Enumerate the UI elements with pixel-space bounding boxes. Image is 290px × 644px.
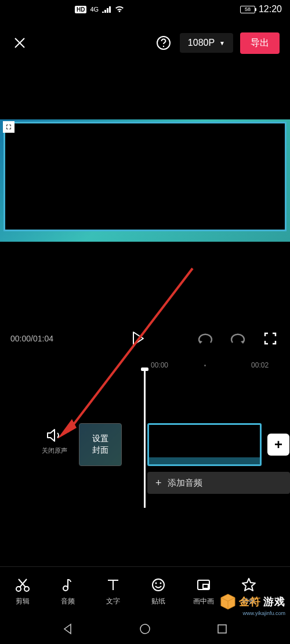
resolution-label: 1080P <box>188 38 215 48</box>
cover-label-2: 封面 <box>92 445 108 456</box>
wifi-icon <box>115 6 124 13</box>
scissors-icon <box>15 577 30 592</box>
help-button[interactable] <box>154 34 173 52</box>
fullscreen-icon <box>264 332 277 345</box>
video-clip[interactable] <box>147 423 262 466</box>
play-icon <box>132 331 144 346</box>
time-display: 00:00/01:04 <box>10 334 53 343</box>
svg-point-7 <box>153 579 164 591</box>
watermark-text: 游戏 <box>263 595 285 609</box>
export-label: 导出 <box>251 38 269 48</box>
tool-audio[interactable]: 音频 <box>45 577 90 606</box>
svg-point-6 <box>63 586 68 591</box>
watermark-url: www.yikajinfu.com <box>242 610 285 616</box>
video-preview[interactable] <box>0 119 290 242</box>
tool-label: 文字 <box>106 596 120 606</box>
circle-icon <box>139 623 151 635</box>
svg-point-8 <box>155 582 157 584</box>
mute-label: 关闭原声 <box>42 446 67 455</box>
text-icon <box>106 577 121 592</box>
caret-down-icon: ▼ <box>219 40 225 46</box>
mute-original-button[interactable]: 关闭原声 <box>42 428 67 455</box>
top-bar: 1080P ▼ 导出 <box>0 24 290 61</box>
svg-point-1 <box>163 46 164 47</box>
tool-label: 画中画 <box>193 596 214 606</box>
pip-icon <box>196 577 211 592</box>
resolution-button[interactable]: 1080P ▼ <box>180 33 233 53</box>
sticker-icon <box>151 577 166 592</box>
tool-text[interactable]: 文字 <box>90 577 136 606</box>
speaker-icon <box>46 428 63 443</box>
tool-sticker[interactable]: 贴纸 <box>136 577 181 606</box>
preview-corner-handle[interactable] <box>3 121 14 133</box>
redo-button[interactable] <box>229 329 247 348</box>
fullscreen-button[interactable] <box>261 329 280 348</box>
watermark: 金符游戏 <box>219 593 285 610</box>
plus-icon: + <box>155 477 162 489</box>
nav-recent[interactable] <box>216 623 228 635</box>
export-button[interactable]: 导出 <box>240 32 280 54</box>
battery-indicator: 58 <box>240 6 255 13</box>
undo-button[interactable] <box>196 329 215 348</box>
tool-label: 贴纸 <box>151 596 165 606</box>
svg-rect-13 <box>218 625 226 633</box>
clock: 12:20 <box>259 4 282 14</box>
network-indicator: 4G <box>90 6 99 13</box>
timeline[interactable]: 关闭原声 设置 封面 + + 添加音频 <box>0 421 290 502</box>
add-audio-label: 添加音频 <box>168 478 202 489</box>
svg-point-12 <box>140 624 150 634</box>
star-icon <box>241 577 256 592</box>
hd-badge: HD <box>75 6 86 13</box>
cover-label-1: 设置 <box>92 433 108 445</box>
tool-clip[interactable]: 剪辑 <box>0 577 45 606</box>
playhead[interactable] <box>144 369 146 508</box>
player-controls: 00:00/01:04 <box>0 326 290 351</box>
add-audio-button[interactable]: + 添加音频 <box>147 472 290 494</box>
svg-rect-11 <box>203 584 208 588</box>
watermark-text: 金符 <box>239 595 261 609</box>
annotation-arrow <box>48 264 198 443</box>
close-button[interactable] <box>10 34 29 52</box>
ruler-dot <box>204 365 206 366</box>
help-icon <box>156 35 171 50</box>
ruler-time: 00:02 <box>251 361 269 369</box>
undo-icon <box>198 332 213 345</box>
tool-label: 剪辑 <box>16 596 30 606</box>
redo-icon <box>230 332 245 345</box>
square-icon <box>216 623 228 635</box>
ruler-time: 00:00 <box>151 361 168 369</box>
close-icon <box>13 36 27 50</box>
signal-icon <box>102 6 111 13</box>
nav-back[interactable] <box>62 623 74 635</box>
svg-point-9 <box>160 582 162 584</box>
cube-icon <box>219 593 237 610</box>
music-note-icon <box>60 577 75 592</box>
tool-label: 音频 <box>61 596 75 606</box>
triangle-left-icon <box>62 623 74 635</box>
system-nav-bar <box>0 614 290 644</box>
plus-icon: + <box>274 436 282 453</box>
nav-home[interactable] <box>139 623 151 635</box>
status-bar: HD 4G 58 12:20 <box>0 0 290 19</box>
add-clip-button[interactable]: + <box>267 434 289 456</box>
play-button[interactable] <box>129 329 147 348</box>
set-cover-button[interactable]: 设置 封面 <box>79 423 122 466</box>
